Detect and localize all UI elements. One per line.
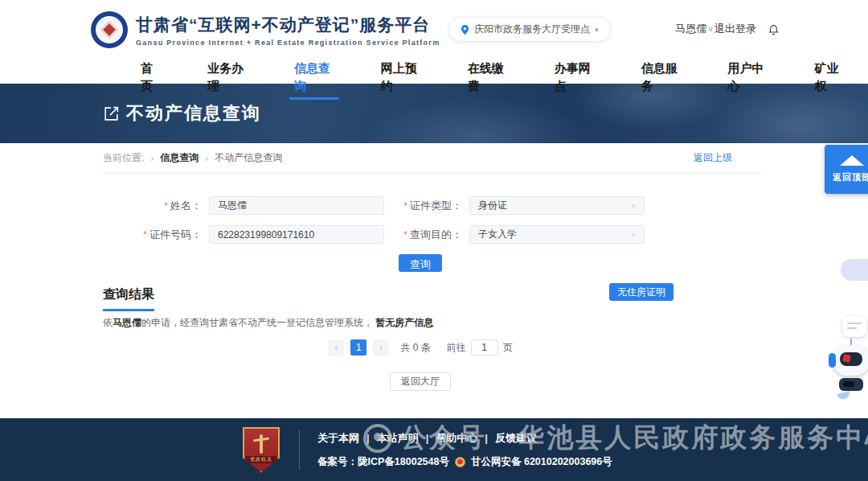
robot-head-icon bbox=[833, 345, 868, 376]
footer-link-separator: | bbox=[426, 432, 429, 444]
notification-bell-icon[interactable] bbox=[768, 23, 780, 35]
logout-link[interactable]: 退出登录 bbox=[714, 22, 756, 36]
nav-item-info-service[interactable]: 信息服务 bbox=[628, 60, 694, 95]
robot-speech-bubble-icon bbox=[842, 316, 866, 337]
site-title: 甘肃省“互联网+不动产登记”服务平台 bbox=[136, 14, 440, 36]
location-pin-icon bbox=[461, 24, 469, 35]
form-row-1: *姓名： *证件类型： 身份证 ˅ bbox=[0, 196, 868, 215]
footer-link-about[interactable]: 关于本网 bbox=[317, 431, 359, 446]
nav-item-payment[interactable]: 在线缴费 bbox=[455, 60, 521, 95]
footer-text: 关于本网 | 本站声明 | 帮助中心 | 反馈建议 备案号：陇ICP备18002… bbox=[317, 431, 612, 469]
page: 甘肃省“互联网+不动产登记”服务平台 Gansu Province Intern… bbox=[0, 0, 868, 481]
footer: 党政机关 关于本网 | 本站声明 | 帮助中心 | 反馈建议 备案号：陇ICP备… bbox=[0, 418, 868, 481]
up-arrow-icon bbox=[840, 155, 864, 166]
next-page-button[interactable]: › bbox=[373, 339, 389, 356]
icp-record: 备案号：陇ICP备18002548号 bbox=[317, 455, 449, 469]
goto-page: 前往 页 bbox=[447, 339, 513, 356]
breadcrumb-info-query[interactable]: 信息查询 bbox=[160, 151, 199, 165]
government-badge-icon: 党政机关 bbox=[243, 427, 280, 473]
site-logo bbox=[91, 11, 128, 48]
required-mark: * bbox=[403, 200, 407, 212]
police-badge-icon bbox=[455, 457, 465, 467]
query-button-row: 查询 bbox=[89, 254, 751, 272]
cert-type-label: *证件类型： bbox=[397, 199, 469, 213]
breadcrumb-separator-icon: › bbox=[150, 153, 154, 164]
required-mark: * bbox=[143, 229, 147, 240]
nav-item-user-center[interactable]: 用户中心 bbox=[715, 60, 781, 95]
nav-item-info-query[interactable]: 信息查询 bbox=[281, 60, 347, 95]
footer-link-statement[interactable]: 本站声明 bbox=[377, 431, 419, 446]
footer-link-separator: | bbox=[366, 432, 370, 444]
main-nav: 首页 业务办理 信息查询 网上预约 在线缴费 办事网点 信息服务 用户中心 矿业… bbox=[0, 60, 868, 84]
site-titles: 甘肃省“互联网+不动产登记”服务平台 Gansu Province Intern… bbox=[136, 14, 440, 47]
result-emphasis: 暂无房产信息 bbox=[375, 317, 433, 328]
page-title: 不动产信息查询 bbox=[126, 101, 261, 125]
results-header: 查询结果 无住房证明 bbox=[103, 286, 765, 307]
nav-item-business[interactable]: 业务办理 bbox=[194, 60, 260, 95]
goto-label: 前往 bbox=[447, 341, 466, 355]
police-record-link[interactable]: 甘公网安备 62010202003696号 bbox=[471, 455, 612, 469]
footer-link-help[interactable]: 帮助中心 bbox=[436, 431, 477, 446]
purpose-field: *查询目的： 子女入学 ˅ bbox=[397, 225, 645, 244]
prev-page-button[interactable]: ‹ bbox=[328, 339, 344, 356]
main-content: 当前位置: › 信息查询 › 不动产信息查询 返回上级 *姓名： *证件类型： … bbox=[0, 143, 868, 418]
goto-page-input[interactable] bbox=[471, 339, 498, 356]
applicant-name: 马恩儒 bbox=[113, 317, 141, 328]
total-count: 共 0 条 bbox=[400, 341, 430, 355]
breadcrumb-current: 不动产信息查询 bbox=[215, 151, 282, 165]
footer-link-separator: | bbox=[485, 432, 488, 444]
cert-type-select[interactable]: 身份证 ˅ bbox=[469, 196, 645, 215]
footer-link-feedback[interactable]: 反馈建议 bbox=[495, 431, 537, 446]
customer-service-robot[interactable] bbox=[833, 316, 868, 399]
chat-tooltip[interactable] bbox=[841, 259, 868, 281]
breadcrumb-prefix: 当前位置: bbox=[103, 151, 144, 165]
query-form: *姓名： *证件类型： 身份证 ˅ *证件号码： *查询目的： bbox=[0, 196, 868, 244]
page-number-1[interactable]: 1 bbox=[350, 339, 366, 356]
footer-divider bbox=[299, 430, 300, 470]
no-house-certificate-button[interactable]: 无住房证明 bbox=[609, 283, 674, 301]
form-row-2: *证件号码： *查询目的： 子女入学 ˅ bbox=[0, 225, 868, 244]
nav-item-reservation[interactable]: 网上预约 bbox=[368, 60, 434, 95]
cert-type-value: 身份证 bbox=[478, 199, 507, 212]
required-mark: * bbox=[403, 229, 407, 240]
caret-down-icon: ▾ bbox=[595, 26, 599, 34]
nav-item-home[interactable]: 首页 bbox=[128, 60, 174, 95]
name-field: *姓名： bbox=[103, 196, 384, 215]
back-to-parent-link[interactable]: 返回上级 bbox=[694, 151, 732, 165]
return-to-hall-button[interactable]: 返回大厅 bbox=[390, 372, 451, 391]
caret-down-icon: ˅ bbox=[632, 231, 636, 239]
name-label: *姓名： bbox=[103, 199, 209, 213]
caret-down-icon: ˅ bbox=[632, 202, 636, 210]
purpose-label: *查询目的： bbox=[397, 228, 469, 242]
footer-links: 关于本网 | 本站声明 | 帮助中心 | 反馈建议 bbox=[317, 431, 612, 446]
edit-square-icon bbox=[103, 105, 120, 122]
breadcrumb: 当前位置: › 信息查询 › 不动产信息查询 返回上级 bbox=[103, 143, 765, 174]
location-selector[interactable]: 庆阳市政务服务大厅受理点 ▾ bbox=[448, 17, 611, 42]
results-heading: 查询结果 bbox=[103, 286, 154, 311]
purpose-value: 子女入学 bbox=[478, 228, 517, 241]
top-header: 甘肃省“互联网+不动产登记”服务平台 Gansu Province Intern… bbox=[0, 0, 868, 60]
username[interactable]: 马恩儒 bbox=[675, 22, 706, 36]
brand: 甘肃省“互联网+不动产登记”服务平台 Gansu Province Intern… bbox=[91, 11, 440, 48]
banner-title-wrap: 不动产信息查询 bbox=[103, 101, 261, 125]
cert-no-field: *证件号码： bbox=[103, 225, 384, 244]
purpose-select[interactable]: 子女入学 ˅ bbox=[469, 225, 645, 244]
location-label: 庆阳市政务服务大厅受理点 bbox=[474, 23, 590, 36]
site-subtitle: Gansu Province Internet + Real Estate Re… bbox=[136, 39, 440, 47]
return-row: 返回大厅 bbox=[89, 372, 751, 391]
footer-inner: 党政机关 关于本网 | 本站声明 | 帮助中心 | 反馈建议 备案号：陇ICP备… bbox=[0, 418, 868, 481]
goto-unit: 页 bbox=[503, 341, 513, 355]
user-area: 马恩儒 ˅ 退出登录 bbox=[675, 22, 780, 36]
query-button[interactable]: 查询 bbox=[399, 254, 442, 272]
government-badge-label: 党政机关 bbox=[246, 456, 276, 463]
footer-record: 备案号：陇ICP备18002548号 甘公网安备 62010202003696号 bbox=[317, 455, 612, 469]
back-to-top-button[interactable]: 返回顶部 bbox=[825, 145, 868, 194]
chevron-down-icon: ˅ bbox=[708, 25, 713, 34]
back-to-top-label: 返回顶部 bbox=[833, 171, 868, 183]
pagination: ‹ 1 › 共 0 条 前往 页 bbox=[89, 339, 751, 356]
cert-no-label: *证件号码： bbox=[103, 228, 209, 242]
cert-no-input[interactable] bbox=[209, 225, 384, 244]
nav-item-service-points[interactable]: 办事网点 bbox=[542, 60, 608, 95]
nav-item-mining-rights[interactable]: 矿业权 bbox=[802, 60, 858, 95]
name-input[interactable] bbox=[209, 196, 384, 215]
